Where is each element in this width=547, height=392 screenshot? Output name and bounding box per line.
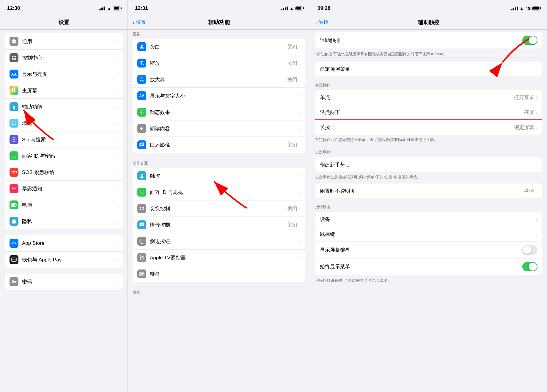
list-item-double-tap[interactable]: 轻点两下 截屏 › — [315, 105, 542, 120]
list-item-create-gesture[interactable]: 创建新手势... › — [315, 157, 542, 172]
status-bar-2: 12:31 ▲ — [128, 0, 310, 15]
list-item-long-press[interactable]: 长按 锁定屏幕 › — [315, 120, 542, 135]
svg-rect-28 — [142, 207, 144, 208]
chevron-siri: › — [117, 137, 118, 142]
status-icons-3: ▲ 4G — [511, 6, 540, 11]
chevron-faceid: › — [117, 153, 118, 159]
list-item-accessibility[interactable]: 辅助功能 › — [5, 99, 123, 115]
svg-rect-38 — [141, 273, 142, 274]
svg-rect-3 — [12, 58, 13, 60]
list-item-general[interactable]: 通用 › — [5, 33, 123, 50]
back-button-2[interactable]: ‹ 设置 — [133, 19, 146, 26]
list-item-audiodesc[interactable]: 口述影像 关闭 › — [133, 137, 305, 153]
p3-list-opacity: 闲置时不透明度 40% › — [315, 184, 542, 198]
list-item-idle-opacity[interactable]: 闲置时不透明度 40% › — [315, 184, 542, 198]
nav-title-3: 辅助触控 — [418, 19, 439, 26]
list-item-faceid2[interactable]: 面容 ID 与规视 › — [133, 184, 305, 200]
back-button-3[interactable]: ‹ 触控 — [315, 19, 328, 26]
p3-list-custom-actions: 单点 打开菜单 › 轻点两下 截屏 › 长按 锁定屏幕 › — [315, 90, 542, 135]
chevron-mouse-keys: › — [536, 232, 537, 237]
list-item-top-menu[interactable]: 自定顶层菜单 › — [315, 62, 542, 76]
time-2: 12:31 — [135, 5, 148, 11]
label-wallpaper: 墙纸 — [22, 120, 117, 127]
list-item-magnifier[interactable]: 放大器 关闭 › — [133, 71, 305, 88]
icon-voiceover — [137, 42, 146, 51]
label-siri: Siri 与搜索 — [22, 136, 117, 143]
list-item-always-show-menu[interactable]: 始终显示菜单 — [315, 258, 542, 275]
list-item-keyboard[interactable]: 键盘 › — [133, 266, 305, 282]
toggle-assistive-touch[interactable] — [522, 36, 537, 45]
chevron-touch: › — [299, 173, 301, 178]
chevron-create-gesture: › — [536, 162, 537, 167]
list-item-voiceover[interactable]: 旁白 关闭 › — [133, 39, 305, 55]
list-item-display[interactable]: AA 显示与亮度 › — [5, 66, 123, 82]
status-bar-1: 12:30 ▲ — [0, 0, 128, 15]
back-label-3: 触控 — [318, 19, 328, 26]
chevron-switch-control: › — [299, 206, 301, 211]
svg-rect-37 — [140, 273, 141, 274]
value-double-tap: 截屏 — [524, 109, 534, 116]
chevron-general: › — [117, 39, 118, 44]
list-item-at-toggle[interactable]: 辅助触控 — [315, 32, 542, 48]
label-display: 显示与亮度 — [22, 71, 117, 78]
list-item-single-tap[interactable]: 单点 打开菜单 › — [315, 90, 542, 105]
chevron-display: › — [117, 72, 118, 77]
list-item-motion[interactable]: 动态效果 › — [133, 104, 305, 120]
value-switch-control: 关闭 — [287, 205, 297, 212]
list-item-appstore[interactable]: App Store › — [5, 235, 123, 252]
chevron-keyboard: › — [299, 272, 301, 277]
svg-rect-6 — [14, 88, 15, 90]
list-item-mouse-keys[interactable]: 鼠标键 › — [315, 227, 542, 242]
toggle-show-keyboard[interactable] — [522, 245, 537, 255]
svg-rect-8 — [14, 90, 15, 92]
icon-keyboard — [137, 269, 146, 278]
list-item-sos[interactable]: SOS SOS 紧急联络 › — [5, 164, 123, 181]
label-sos: SOS 紧急联络 — [22, 169, 117, 176]
list-item-privacy[interactable]: 隐私 › — [5, 213, 123, 229]
svg-rect-7 — [12, 90, 13, 92]
icon-siri — [10, 135, 18, 144]
list-item-battery[interactable]: 电池 › — [5, 197, 123, 213]
svg-rect-36 — [139, 272, 144, 276]
icon-homescreen — [10, 86, 18, 95]
icon-motion — [137, 108, 146, 117]
panel-accessibility: 12:31 ▲ ‹ 设置 辅助功能 视觉 — [128, 0, 310, 392]
icon-faceid2 — [137, 188, 146, 197]
toggle-always-show-menu[interactable] — [522, 262, 537, 271]
p3-list-custom-gesture: 创建新手势... › — [315, 157, 542, 172]
list-item-faceid[interactable]: 面容 ID 与密码 › — [5, 148, 123, 164]
list-item-wallet[interactable]: 钱包与 Apple Pay › — [5, 252, 123, 268]
list-item-show-keyboard[interactable]: 显示屏幕键盘 — [315, 242, 542, 258]
svg-rect-41 — [141, 274, 143, 275]
icon-touch — [137, 171, 146, 180]
svg-point-23 — [141, 45, 143, 47]
list-item-display-text[interactable]: AA 显示与文字大小 › — [133, 88, 305, 104]
list-item-siri[interactable]: Siri 与搜索 › — [5, 131, 123, 148]
list-item-switch-control[interactable]: 切换控制 关闭 › — [133, 200, 305, 217]
list-item-zoom[interactable]: 缩放 关闭 › — [133, 55, 305, 71]
list-item-passwords[interactable]: 密码 › — [5, 274, 123, 290]
back-chevron-2: ‹ — [133, 19, 135, 25]
list-item-devices[interactable]: 设备 › — [315, 212, 542, 227]
list-item-exposure[interactable]: 暴露通知 › — [5, 181, 123, 197]
list-item-side-button[interactable]: 侧边按钮 › — [133, 233, 305, 250]
icon-privacy — [10, 217, 18, 226]
list-item-touch[interactable]: 触控 › — [133, 168, 305, 184]
time-3: 09:28 — [317, 5, 330, 11]
svg-rect-29 — [140, 209, 141, 210]
list-item-voice-control[interactable]: 语音控制 关闭 › — [133, 217, 305, 233]
chevron-sos: › — [117, 170, 118, 175]
icon-appstore — [10, 239, 18, 248]
label-side-button: 侧边按钮 — [150, 238, 299, 245]
list-item-wallpaper[interactable]: 墙纸 › — [5, 115, 123, 131]
red-underline-double-tap — [315, 119, 542, 120]
settings-list-bottom: 密码 › — [5, 274, 123, 290]
section-header-custom-action: 自定操作 — [310, 78, 547, 89]
list-item-spoken[interactable]: 朗读内容 › — [133, 120, 305, 137]
list-item-control[interactable]: 控制中心 › — [5, 50, 123, 66]
list-item-appletv-remote[interactable]: Apple TV遥控器 › — [133, 250, 305, 266]
list-item-homescreen[interactable]: 主屏幕 › — [5, 82, 123, 99]
chevron-side-button: › — [299, 239, 301, 244]
wifi-icon-3: ▲ — [520, 6, 524, 11]
section-header-custom-gesture: 自定手势 — [310, 145, 547, 156]
